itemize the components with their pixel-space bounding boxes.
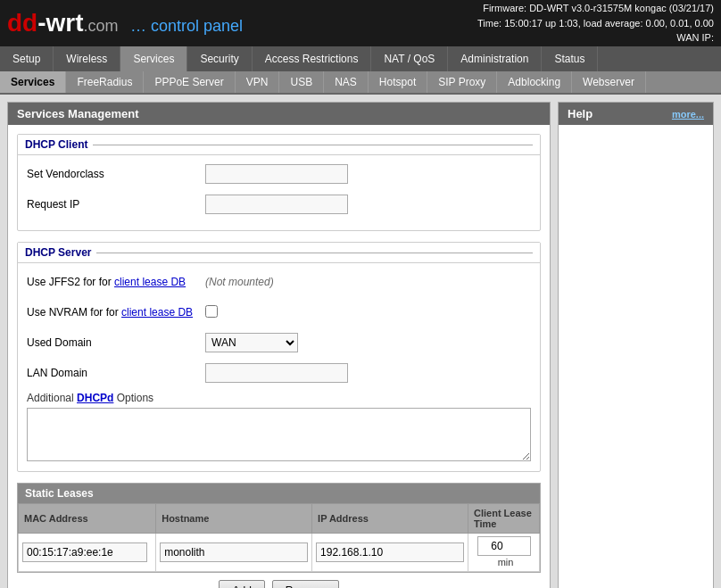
col-client-lease: Client Lease Time <box>468 504 540 534</box>
use-nvram-value <box>205 305 531 320</box>
lan-domain-row: LAN Domain <box>27 361 531 385</box>
nav-second-tab-services[interactable]: Services <box>0 71 66 93</box>
nav-second-tab-adblocking[interactable]: Adblocking <box>497 71 572 93</box>
help-more-link[interactable]: more... <box>672 109 704 120</box>
use-nvram-row: Use NVRAM for for client lease DB <box>27 301 531 324</box>
help-header: Help more... <box>559 103 713 125</box>
nav-second-tab-vpn[interactable]: VPN <box>236 71 280 93</box>
logo: dd-wrt.com … control panel <box>7 9 243 37</box>
time-info: Time: 15:00:17 up 1:03, load average: 0.… <box>477 16 714 31</box>
nav-second-tab-webserver[interactable]: Webserver <box>572 71 646 93</box>
nav-second-tab-freeradius[interactable]: FreeRadius <box>66 71 144 93</box>
cell-lease-time: min <box>468 534 540 572</box>
lan-domain-input[interactable] <box>205 363 348 383</box>
static-leases-table: MAC Address Hostname IP Address Client L… <box>18 503 540 572</box>
lan-domain-value <box>205 363 531 383</box>
dhcp-client-title: DHCP Client <box>18 135 540 155</box>
static-leases-body: min <box>19 534 540 572</box>
add-button[interactable]: Add <box>219 580 264 588</box>
request-ip-value <box>205 195 531 214</box>
section-header: Services Management <box>8 103 550 125</box>
set-vendorclass-row: Set Vendorclass <box>27 162 531 186</box>
static-leases-header: Static Leases <box>18 484 540 503</box>
additional-dhcpd-row: Additional DHCPd Options <box>27 392 531 464</box>
nav-second-tab-pppoe-server[interactable]: PPPoE Server <box>144 71 235 93</box>
nav-second-tab-hotspot[interactable]: Hotspot <box>369 71 427 93</box>
additional-dhcpd-textarea[interactable] <box>27 408 531 461</box>
request-ip-label: Request IP <box>27 198 205 211</box>
use-jffs2-status: (Not mounted) <box>205 276 531 288</box>
use-jffs2-row: Use JFFS2 for for client lease DB (Not m… <box>27 270 531 294</box>
hostname-input[interactable] <box>160 542 308 562</box>
client-lease-db-link2[interactable]: client lease DB <box>121 306 193 319</box>
wan-ip-info: WAN IP: <box>477 30 714 46</box>
additional-dhcpd-label: Additional DHCPd Options <box>27 392 531 404</box>
lan-domain-label: LAN Domain <box>27 367 205 379</box>
request-ip-input[interactable] <box>205 195 348 214</box>
dhcp-client-body: Set Vendorclass Request IP <box>18 155 540 230</box>
logo-area: dd-wrt.com … control panel <box>7 9 243 37</box>
dhcpd-link[interactable]: DHCPd <box>77 392 113 404</box>
nav-top-tab-setup[interactable]: Setup <box>0 46 54 71</box>
logo-dotcom: .com <box>84 17 119 35</box>
header-info: Firmware: DD-WRT v3.0-r31575M kongac (03… <box>477 1 714 46</box>
dhcp-server-section: DHCP Server Use JFFS2 for for client lea… <box>17 242 541 472</box>
nav-second: ServicesFreeRadiusPPPoE ServerVPNUSBNASH… <box>0 71 721 95</box>
cell-hostname <box>156 534 312 572</box>
col-hostname: Hostname <box>156 504 312 534</box>
main: Services Management DHCP Client Set Vend… <box>0 95 721 588</box>
min-label: min <box>498 557 514 567</box>
nav-second-tab-sip-proxy[interactable]: SIP Proxy <box>427 71 497 93</box>
client-lease-db-link1[interactable]: client lease DB <box>114 276 186 288</box>
nav-second-tab-nas[interactable]: NAS <box>324 71 369 93</box>
lease-time-input[interactable] <box>477 536 531 556</box>
nav-top-tab-nat-/-qos[interactable]: NAT / QoS <box>371 46 448 71</box>
ip-input[interactable] <box>316 542 464 562</box>
use-jffs2-label: Use JFFS2 for for client lease DB <box>27 276 205 288</box>
dhcp-server-body: Use JFFS2 for for client lease DB (Not m… <box>18 263 540 471</box>
nav-top-tab-administration[interactable]: Administration <box>448 46 542 71</box>
mac-input[interactable] <box>22 542 147 562</box>
nav-top-tab-status[interactable]: Status <box>542 46 598 71</box>
table-row: min <box>19 534 540 572</box>
logo-wrt: -wrt <box>37 9 83 37</box>
logo-cp: … control panel <box>130 17 243 35</box>
nav-top-tab-security[interactable]: Security <box>187 46 252 71</box>
set-vendorclass-input[interactable] <box>205 164 348 184</box>
help-label: Help <box>568 107 593 120</box>
used-domain-row: Used Domain WAN LAN WAN and LAN <box>27 331 531 354</box>
nav-second-tab-usb[interactable]: USB <box>279 71 324 93</box>
set-vendorclass-value <box>205 164 531 184</box>
col-mac: MAC Address <box>19 504 156 534</box>
firmware-info: Firmware: DD-WRT v3.0-r31575M kongac (03… <box>477 1 714 16</box>
nav-top: SetupWirelessServicesSecurityAccess Rest… <box>0 46 721 71</box>
remove-button[interactable]: Remove <box>272 580 339 588</box>
static-leases-section: Static Leases MAC Address Hostname IP Ad… <box>17 483 541 573</box>
logo-dd: dd <box>7 9 37 37</box>
request-ip-row: Request IP <box>27 193 531 216</box>
nav-top-tab-services[interactable]: Services <box>120 46 187 71</box>
dhcp-server-title: DHCP Server <box>18 243 540 263</box>
use-nvram-checkbox[interactable] <box>205 305 218 318</box>
cell-mac <box>19 534 156 572</box>
nav-top-tab-access-restrictions[interactable]: Access Restrictions <box>253 46 372 71</box>
help-panel: Help more... <box>558 102 714 588</box>
content-panel: Services Management DHCP Client Set Vend… <box>7 102 551 588</box>
use-nvram-label: Use NVRAM for for client lease DB <box>27 306 205 319</box>
dhcp-client-section: DHCP Client Set Vendorclass Request IP <box>17 134 541 231</box>
col-ip: IP Address <box>312 504 468 534</box>
header: dd-wrt.com … control panel Firmware: DD-… <box>0 0 721 46</box>
cell-ip <box>312 534 468 572</box>
used-domain-value: WAN LAN WAN and LAN <box>205 333 531 352</box>
used-domain-label: Used Domain <box>27 336 205 349</box>
nav-top-tab-wireless[interactable]: Wireless <box>54 46 120 71</box>
set-vendorclass-label: Set Vendorclass <box>27 168 205 180</box>
used-domain-select[interactable]: WAN LAN WAN and LAN <box>205 333 298 352</box>
button-row: Add Remove <box>17 580 541 588</box>
content-inner: DHCP Client Set Vendorclass Request IP <box>8 125 550 588</box>
